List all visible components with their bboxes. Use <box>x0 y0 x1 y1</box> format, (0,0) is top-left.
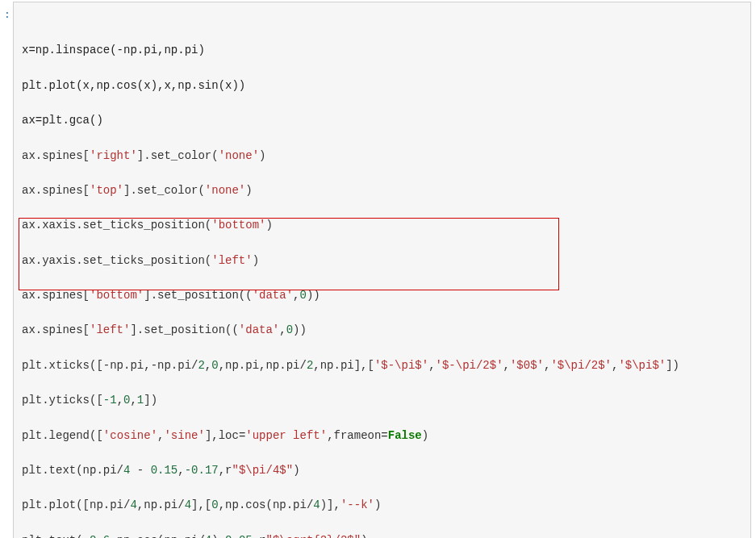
code-line: ax=plt.gca() <box>22 112 742 130</box>
input-prompt: : <box>4 7 10 23</box>
code-line: ax.xaxis.set_ticks_position('bottom') <box>22 217 742 235</box>
code-line: plt.xticks([-np.pi,-np.pi/2,0,np.pi,np.p… <box>22 357 742 375</box>
code-line: plt.yticks([-1,0,1]) <box>22 392 742 410</box>
code-cell: : x=np.linspace(-np.pi,np.pi) plt.plot(x… <box>13 2 751 538</box>
code-line: plt.text(-0.6,np.cos(np.pi/4)-0.05,r"$\s… <box>22 532 742 538</box>
code-line: ax.yaxis.set_ticks_position('left') <box>22 252 742 270</box>
code-line: ax.spines['left'].set_position(('data',0… <box>22 322 742 340</box>
code-line: plt.plot(x,np.cos(x),x,np.sin(x)) <box>22 77 742 95</box>
code-line: ax.spines['right'].set_color('none') <box>22 148 742 165</box>
code-line: plt.plot([np.pi/4,np.pi/4],[0,np.cos(np.… <box>22 497 742 515</box>
code-line: ax.spines['bottom'].set_position(('data'… <box>22 287 742 305</box>
code-line: plt.legend(['cosine','sine'],loc='upper … <box>22 427 742 445</box>
code-line: x=np.linspace(-np.pi,np.pi) <box>22 42 742 60</box>
code-line: plt.text(np.pi/4 - 0.15,-0.17,r"$\pi/4$"… <box>22 462 742 480</box>
code-line: ax.spines['top'].set_color('none') <box>22 182 742 200</box>
